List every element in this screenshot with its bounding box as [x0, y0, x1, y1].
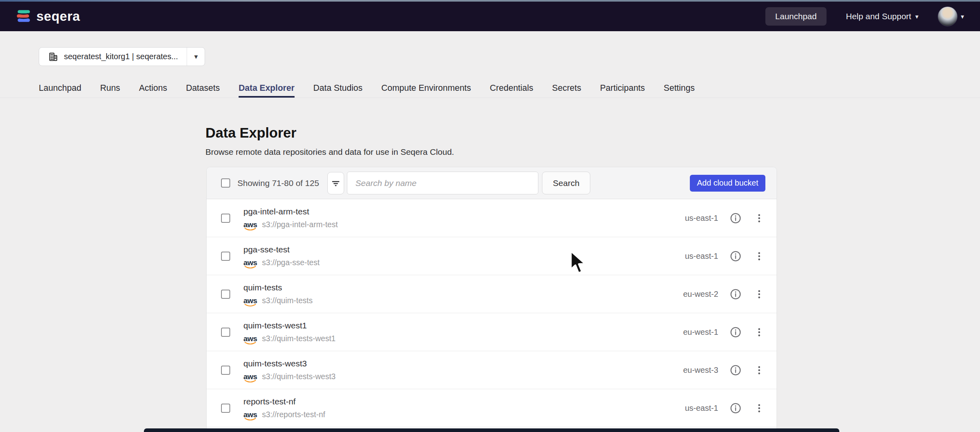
info-icon	[729, 364, 742, 376]
aws-logo: aws	[243, 221, 257, 228]
kebab-menu-icon	[754, 251, 765, 262]
kebab-menu-icon	[754, 213, 765, 224]
bucket-list-toolbar: Showing 71-80 of 125 Search Add cloud bu…	[207, 167, 777, 199]
row-checkbox[interactable]	[221, 214, 230, 223]
info-icon	[729, 402, 742, 414]
seqera-logo[interactable]: seqera	[16, 9, 80, 24]
bucket-row[interactable]: pga-sse-test aws s3://pga-sse-test us-ea…	[207, 237, 777, 275]
search-button[interactable]: Search	[542, 172, 590, 194]
filter-icon	[331, 178, 341, 188]
tab-runs[interactable]: Runs	[100, 79, 120, 98]
select-all-checkbox[interactable]	[221, 178, 230, 188]
top-navigation-bar: seqera Launchpad Help and Support ▾ ▾	[0, 2, 980, 31]
kebab-menu-icon	[754, 365, 765, 376]
aws-logo: aws	[243, 373, 257, 380]
bucket-region: eu-west-1	[670, 328, 718, 337]
info-button[interactable]	[729, 325, 743, 339]
aws-logo: aws	[243, 297, 257, 304]
kebab-menu-icon	[754, 327, 765, 338]
bucket-region: eu-west-3	[670, 366, 718, 375]
aws-logo: aws	[243, 411, 257, 418]
bucket-name[interactable]: reports-test-nf	[243, 397, 325, 406]
kebab-menu-icon	[754, 289, 765, 300]
row-menu-button[interactable]	[753, 326, 765, 338]
info-button[interactable]	[729, 287, 743, 301]
page-title: Data Explorer	[205, 125, 297, 141]
aws-logo: aws	[243, 259, 257, 266]
tab-credentials[interactable]: Credentials	[490, 79, 534, 98]
bucket-region: us-east-1	[670, 252, 718, 261]
workspace-tabbar: Launchpad Runs Actions Datasets Data Exp…	[0, 79, 980, 98]
bucket-row[interactable]: quim-tests-west3 aws s3://quim-tests-wes…	[207, 351, 777, 389]
launchpad-button[interactable]: Launchpad	[765, 7, 827, 26]
bucket-uri: s3://quim-tests-west1	[262, 334, 335, 343]
seqera-logo-icon	[16, 9, 31, 24]
info-icon	[729, 212, 742, 224]
aws-logo: aws	[243, 335, 257, 342]
row-menu-button[interactable]	[753, 364, 765, 376]
info-button[interactable]	[729, 249, 743, 263]
row-menu-button[interactable]	[753, 212, 765, 224]
bucket-region: eu-west-2	[670, 290, 718, 299]
info-button[interactable]	[729, 401, 743, 415]
bucket-uri: s3://pga-intel-arm-test	[262, 220, 338, 229]
caret-down-icon: ▾	[915, 13, 918, 20]
bucket-row[interactable]: pga-intel-arm-test aws s3://pga-intel-ar…	[207, 199, 777, 237]
info-icon	[729, 326, 742, 338]
showing-count: Showing 71-80 of 125	[237, 178, 319, 188]
caret-down-icon: ▼	[193, 53, 199, 60]
row-checkbox[interactable]	[221, 290, 230, 299]
workspace-selector[interactable]: seqeratest_kitorg1 | seqerates... ▼	[39, 47, 205, 66]
row-checkbox[interactable]	[221, 328, 230, 337]
tab-launchpad[interactable]: Launchpad	[39, 79, 81, 98]
tab-settings[interactable]: Settings	[664, 79, 695, 98]
tab-compute-environments[interactable]: Compute Environments	[381, 79, 471, 98]
bucket-name[interactable]: pga-intel-arm-test	[243, 207, 338, 216]
brand-wordmark: seqera	[36, 9, 80, 24]
kebab-menu-icon	[754, 403, 765, 414]
row-checkbox[interactable]	[221, 404, 230, 413]
bucket-list-card: Showing 71-80 of 125 Search Add cloud bu…	[206, 167, 777, 432]
add-cloud-bucket-button[interactable]: Add cloud bucket	[690, 175, 765, 192]
bucket-name[interactable]: pga-sse-test	[243, 245, 320, 254]
bucket-row[interactable]: quim-tests-west1 aws s3://quim-tests-wes…	[207, 313, 777, 351]
avatar	[938, 6, 958, 26]
info-button[interactable]	[729, 211, 743, 225]
tab-secrets[interactable]: Secrets	[552, 79, 581, 98]
row-menu-button[interactable]	[753, 402, 765, 414]
filter-button[interactable]	[327, 172, 344, 194]
bucket-uri: s3://quim-tests	[262, 296, 313, 305]
user-menu[interactable]: ▾	[938, 6, 964, 26]
workspace-caret-button[interactable]: ▼	[187, 48, 205, 66]
row-checkbox[interactable]	[221, 252, 230, 261]
background-window-edge	[144, 428, 839, 432]
bucket-region: us-east-1	[670, 404, 718, 413]
tab-participants[interactable]: Participants	[600, 79, 645, 98]
bucket-name[interactable]: quim-tests	[243, 283, 313, 292]
tab-data-studios[interactable]: Data Studios	[313, 79, 363, 98]
tab-datasets[interactable]: Datasets	[186, 79, 220, 98]
info-icon	[729, 288, 742, 300]
organization-icon	[48, 52, 58, 62]
tab-actions[interactable]: Actions	[139, 79, 167, 98]
bucket-name[interactable]: quim-tests-west1	[243, 321, 336, 330]
bucket-row[interactable]: quim-tests aws s3://quim-tests eu-west-2	[207, 275, 777, 313]
info-icon	[729, 250, 742, 262]
caret-down-icon: ▾	[961, 13, 964, 20]
row-checkbox[interactable]	[221, 366, 230, 375]
bucket-uri: s3://quim-tests-west3	[262, 372, 335, 381]
row-menu-button[interactable]	[753, 288, 765, 300]
help-and-support-label: Help and Support	[846, 12, 911, 21]
page-subtitle: Browse remote data repositories and data…	[205, 147, 454, 157]
bucket-name[interactable]: quim-tests-west3	[243, 359, 336, 368]
row-menu-button[interactable]	[753, 250, 765, 262]
tab-data-explorer[interactable]: Data Explorer	[239, 79, 295, 98]
workspace-selected-label: seqeratest_kitorg1 | seqerates...	[64, 52, 178, 61]
bucket-row[interactable]: reports-test-nf aws s3://reports-test-nf…	[207, 389, 777, 427]
bucket-uri: s3://reports-test-nf	[262, 410, 325, 419]
info-button[interactable]	[729, 363, 743, 377]
help-and-support-menu[interactable]: Help and Support ▾	[846, 12, 918, 21]
bucket-region: us-east-1	[670, 214, 718, 223]
search-input[interactable]	[347, 172, 538, 194]
bucket-uri: s3://pga-sse-test	[262, 258, 319, 267]
